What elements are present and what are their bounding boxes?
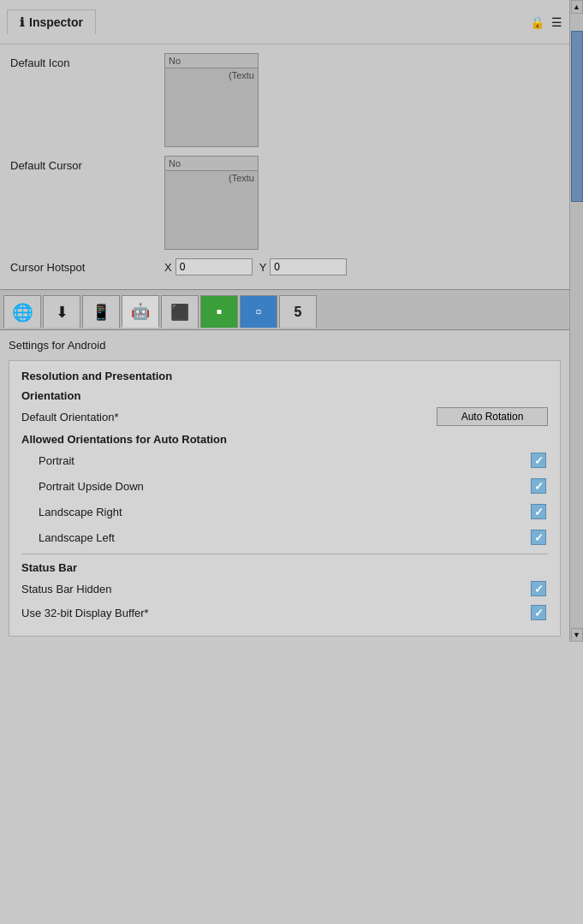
tab-download[interactable]: ⬇ (43, 295, 80, 328)
status-bar-header: Status Bar (21, 561, 548, 574)
orientation-row-landscape-right: Landscape Right ✓ (39, 502, 548, 521)
status-bar-hidden-label: Status Bar Hidden (21, 583, 529, 595)
tab-metro[interactable]: ▪ (200, 295, 238, 328)
landscape-left-checkbox[interactable]: ✓ (531, 530, 546, 545)
portrait-checkbox-container: ✓ (529, 451, 548, 470)
allowed-orientations-header: Allowed Orientations for Auto Rotation (21, 433, 548, 446)
resolution-section-header: Resolution and Presentation (21, 370, 548, 382)
inspector-tab[interactable]: ℹ Inspector (7, 9, 96, 34)
default-cursor-row: Default Cursor No (Textu (10, 156, 559, 250)
default-icon-label: Default Icon (10, 53, 164, 69)
cursor-hotspot-label: Cursor Hotspot (10, 261, 164, 274)
menu-icon[interactable]: ☰ (551, 15, 562, 29)
landscape-right-checkbox-container: ✓ (529, 502, 548, 521)
cursor-hotspot-y-input[interactable] (270, 258, 347, 275)
default-orientation-row: Default Orientation* Auto Rotation (21, 407, 548, 426)
scrollbar-up-arrow[interactable]: ▲ (571, 0, 583, 14)
tab-android[interactable]: 🤖 (122, 295, 159, 328)
tab-winphone[interactable]: ▫ (240, 295, 277, 328)
portrait-upside-down-checkbox[interactable]: ✓ (531, 478, 546, 494)
scrollbar-down-arrow[interactable]: ▼ (571, 628, 583, 642)
use-32bit-label: Use 32-bit Display Buffer* (21, 607, 529, 619)
default-orientation-label: Default Orientation* (21, 411, 437, 424)
default-orientation-dropdown[interactable]: Auto Rotation (437, 407, 548, 426)
orientation-header: Orientation (21, 389, 548, 402)
default-icon-texture-label1: No (165, 54, 258, 68)
orientation-label-portrait-upside-down: Portrait Upside Down (39, 480, 529, 493)
title-controls: 🔒 ☰ (530, 15, 562, 29)
status-bar-hidden-checkbox-container: ✓ (529, 579, 548, 598)
orientation-label-portrait: Portrait (39, 454, 529, 467)
scrollbar[interactable]: ▲ ▼ (569, 0, 583, 642)
cursor-hotspot-y-field: Y (259, 258, 348, 275)
landscape-left-checkbox-container: ✓ (529, 528, 548, 547)
default-cursor-texture[interactable]: No (Textu (164, 156, 259, 250)
cursor-hotspot-x-field: X (164, 258, 253, 275)
default-icon-row: Default Icon No (Textu (10, 53, 559, 147)
divider-1 (21, 554, 548, 554)
use-32bit-checkbox[interactable]: ✓ (531, 605, 546, 620)
scrollbar-thumb[interactable] (571, 31, 583, 202)
orientation-row-landscape-left: Landscape Left ✓ (39, 528, 548, 547)
default-cursor-texture-label1: No (165, 157, 258, 171)
tab-mobile[interactable]: 📱 (82, 295, 120, 328)
status-bar-hidden-checkbox[interactable]: ✓ (531, 581, 546, 596)
default-icon-texture[interactable]: No (Textu (164, 53, 259, 147)
info-icon: ℹ (20, 15, 24, 29)
orientation-options: Portrait ✓ Portrait Upside Down ✓ Landsc… (21, 451, 548, 547)
use-32bit-row: Use 32-bit Display Buffer* ✓ (21, 603, 548, 622)
default-cursor-label: Default Cursor (10, 156, 164, 172)
orientation-row-portrait: Portrait ✓ (39, 451, 548, 470)
inspector-content: Default Icon No (Textu Default Cursor No… (0, 44, 569, 289)
landscape-right-checkbox[interactable]: ✓ (531, 504, 546, 519)
portrait-checkbox[interactable]: ✓ (531, 453, 546, 468)
cursor-hotspot-x-input[interactable] (175, 258, 253, 275)
orientation-label-landscape-left: Landscape Left (39, 531, 529, 544)
lock-icon[interactable]: 🔒 (530, 15, 544, 29)
tab-blackberry[interactable]: ⬛ (161, 295, 199, 328)
portrait-upside-down-checkbox-container: ✓ (529, 477, 548, 495)
default-icon-texture-label2: (Textu (225, 68, 258, 82)
orientation-label-landscape-right: Landscape Right (39, 506, 529, 518)
title-bar: ℹ Inspector 🔒 ☰ (0, 0, 569, 44)
platform-tabs: 🌐 ⬇ 📱 🤖 ⬛ ▪ ▫ 5 (0, 289, 569, 330)
settings-panel: Resolution and Presentation Orientation … (9, 360, 561, 637)
cursor-hotspot-y-label: Y (259, 261, 267, 274)
orientation-row-portrait-upside-down: Portrait Upside Down ✓ (39, 477, 548, 495)
cursor-hotspot-row: Cursor Hotspot X Y (10, 258, 559, 275)
settings-for-label: Settings for Android (9, 335, 561, 355)
tab-html5[interactable]: 5 (279, 295, 317, 328)
default-cursor-texture-label2: (Textu (225, 171, 258, 185)
settings-section: Settings for Android Resolution and Pres… (0, 330, 569, 642)
tab-web[interactable]: 🌐 (3, 295, 41, 328)
status-bar-hidden-row: Status Bar Hidden ✓ (21, 579, 548, 598)
cursor-hotspot-x-label: X (164, 261, 172, 274)
title-text: Inspector (29, 15, 83, 29)
use-32bit-checkbox-container: ✓ (529, 603, 548, 622)
